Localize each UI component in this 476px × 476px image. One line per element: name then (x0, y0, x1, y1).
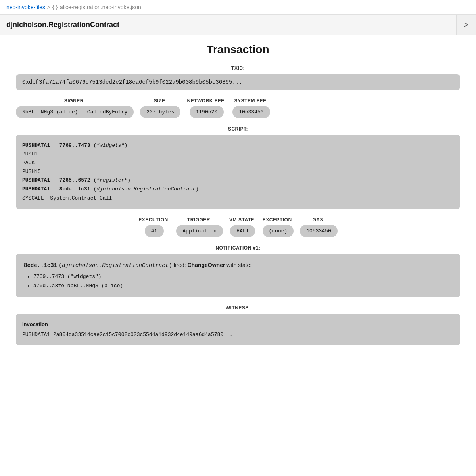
notification-fired-text: fired: (173, 262, 187, 268)
notification-event: ChangeOwner (187, 262, 225, 268)
network-fee-col: NETWORK FEE: 1190520 (187, 98, 226, 118)
execution-label: EXECUTION: (138, 217, 170, 223)
transaction-title: Transaction (16, 43, 460, 56)
trigger-value: Application (176, 225, 223, 237)
notification-header: 8ede..1c31 (djnicholson.RegistrationCont… (24, 260, 452, 271)
notification-state-item-2: a76d..a3fe NbBF..NHgS (alice) (33, 281, 452, 290)
gas-value: 10533450 (300, 225, 337, 237)
gas-label: GAS: (313, 217, 325, 223)
signer-col: SIGNER: NbBF..NHgS (alice) — CalledByEnt… (16, 98, 134, 118)
trigger-label: TRIGGER: (187, 217, 212, 223)
invocation-title: Invocation (22, 320, 454, 329)
txid-value: 0xdbf3fa71a74fa0676d7513ded2e2f18ea6cf5b… (16, 74, 460, 90)
witness-block: Invocation PUSHDATA1 2a804da33514cae2c15… (16, 314, 460, 345)
script-line-2: PUSH1 (22, 150, 454, 159)
execution-col: EXECUTION: #1 (138, 217, 170, 237)
breadcrumb-separator: > (47, 4, 50, 10)
tab-arrow-button[interactable]: > (456, 15, 476, 35)
script-line-5: PUSHDATA1 7265..6572 ("register") (22, 176, 454, 185)
script-line-4: PUSH15 (22, 167, 454, 176)
invocation-line: PUSHDATA1 2a804da33514cae2c15c7002c023c5… (22, 330, 454, 339)
system-fee-col: SYSTEM FEE: 10533450 (232, 98, 270, 118)
size-label: SIZE: (154, 98, 167, 104)
script-line-1: PUSHDATA1 7769..7473 ("widgets") (22, 141, 454, 150)
notification-label: NOTIFICATION #1: (16, 245, 460, 251)
exception-value: (none) (263, 225, 294, 237)
script-line-6: PUSHDATA1 8ede..1c31 (djnicholson.Regist… (22, 185, 454, 194)
breadcrumb-parent[interactable]: neo-invoke-files (6, 4, 45, 10)
signer-value: NbBF..NHgS (alice) — CalledByEntry (16, 106, 134, 118)
contract-input[interactable] (6, 21, 450, 29)
gas-col: GAS: 10533450 (300, 217, 337, 237)
vm-state-value: HALT (230, 225, 255, 237)
txid-label: TXID: (16, 65, 460, 71)
notification-contract: 8ede..1c31 (24, 262, 57, 269)
execution-value: #1 (145, 225, 164, 237)
size-col: SIZE: 207 bytes (140, 98, 180, 118)
script-line-7: SYSCALL System.Contract.Call (22, 194, 454, 203)
witness-label: WITNESS: (16, 305, 460, 311)
tab-header: > (0, 15, 476, 35)
system-fee-value: 10533450 (232, 106, 270, 118)
network-fee-value: 1190520 (190, 106, 224, 118)
notification-state-list: 7769..7473 ("widgets") a76d..a3fe NbBF..… (33, 272, 452, 291)
breadcrumb: neo-invoke-files > {} alice-registration… (0, 0, 476, 15)
system-fee-label: SYSTEM FEE: (234, 98, 269, 104)
network-fee-label: NETWORK FEE: (187, 98, 226, 104)
exception-label: EXCEPTION: (263, 217, 294, 223)
main-content: Transaction TXID: 0xdbf3fa71a74fa0676d75… (0, 35, 476, 361)
notification-contract-name: (djnicholson.RegistrationContract) (59, 262, 172, 269)
vm-state-label: VM STATE: (229, 217, 256, 223)
meta-row: SIGNER: NbBF..NHgS (alice) — CalledByEnt… (16, 98, 460, 118)
vm-state-col: VM STATE: HALT (229, 217, 256, 237)
script-line-3: PACK (22, 159, 454, 167)
exception-col: EXCEPTION: (none) (263, 217, 294, 237)
script-label: SCRIPT: (16, 126, 460, 132)
trigger-col: TRIGGER: Application (176, 217, 223, 237)
breadcrumb-current: alice-registration.neo-invoke.json (60, 4, 141, 10)
execution-row: EXECUTION: #1 TRIGGER: Application VM ST… (16, 217, 460, 237)
notification-block: 8ede..1c31 (djnicholson.RegistrationCont… (16, 254, 460, 297)
script-block: PUSHDATA1 7769..7473 ("widgets") PUSH1 P… (16, 135, 460, 209)
notification-with-state: with state: (226, 262, 251, 268)
signer-label: SIGNER: (64, 98, 86, 104)
breadcrumb-file-icon: {} (52, 4, 58, 10)
size-value: 207 bytes (140, 106, 180, 118)
tab-input-area (0, 17, 456, 33)
notification-state-item-1: 7769..7473 ("widgets") (33, 272, 452, 281)
